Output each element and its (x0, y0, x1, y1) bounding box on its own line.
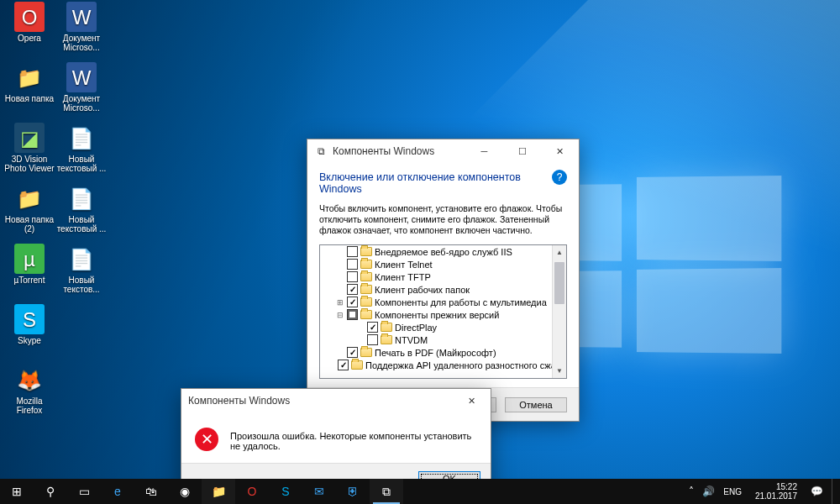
search-icon: ⚲ (42, 483, 59, 500)
desktop-icon[interactable]: ◪3D Vision Photo Viewer (3, 123, 55, 173)
scroll-down-icon[interactable]: ▼ (553, 364, 566, 378)
taskbar-app-opera[interactable]: O (235, 479, 269, 504)
app-icon: ◪ (14, 123, 45, 153)
icon-label: Новый текстовый ... (55, 215, 108, 234)
checkbox[interactable] (347, 297, 358, 307)
scroll-up-icon[interactable]: ▲ (553, 245, 566, 260)
tree-item[interactable]: ⊟Компоненты прежних версий (320, 308, 566, 321)
collapse-icon[interactable]: ⊟ (335, 311, 344, 319)
tray-overflow-icon[interactable]: ˄ (689, 486, 694, 497)
tree-item-label: Клиент Telnet (375, 260, 433, 270)
window-title: Компоненты Windows (333, 145, 434, 157)
close-button[interactable]: ✕ (453, 389, 491, 412)
checkbox[interactable] (347, 271, 358, 282)
windows-icon: ⊞ (8, 483, 25, 500)
taskbar-app-skype[interactable]: S (269, 479, 302, 504)
tree-item-label: Компоненты для работы с мультимедиа (375, 297, 547, 307)
taskbar-app-security[interactable]: ⛨ (336, 479, 370, 504)
desktop-icon[interactable]: WДокумент Microso... (55, 2, 108, 52)
minimize-button[interactable]: ─ (465, 139, 503, 163)
folder-icon (360, 285, 372, 294)
expand-icon[interactable]: ⊞ (335, 298, 344, 307)
checkbox[interactable] (367, 334, 378, 345)
taskbar-app-store[interactable]: 🛍 (134, 479, 168, 504)
tree-item-label: Печать в PDF (Майкрософт) (375, 348, 496, 358)
tree-item[interactable]: Клиент TFTP (320, 270, 566, 283)
taskbar-app-explorer[interactable]: 📁 (202, 479, 235, 504)
checkbox[interactable] (338, 360, 349, 370)
app-icon: 📄 (66, 183, 97, 213)
close-button[interactable]: ✕ (541, 139, 579, 163)
icon-label: Skype (3, 336, 55, 345)
tree-item[interactable]: Внедряемое веб-ядро служб IIS (320, 245, 566, 258)
taskbar-app-mail[interactable]: ✉ (302, 479, 336, 504)
scroll-thumb[interactable] (554, 262, 564, 304)
app-icon: S (14, 304, 45, 334)
desktop-icon[interactable]: WДокумент Microso... (55, 62, 108, 113)
desktop-icon[interactable]: OOpera (3, 2, 55, 43)
show-desktop-button[interactable] (832, 479, 837, 504)
tree-item[interactable]: Печать в PDF (Майкрософт) (320, 346, 566, 359)
features-icon: ⧉ (378, 483, 395, 500)
folder-icon (360, 272, 372, 281)
taskbar-app-features[interactable]: ⧉ (370, 479, 403, 504)
tree-item[interactable]: NTVDM (320, 333, 566, 346)
desktop-icon[interactable]: 📄Новый текстовый ... (55, 123, 108, 173)
time: 15:22 (755, 482, 797, 491)
checkbox[interactable] (347, 259, 358, 270)
icon-label: Новая папка (2) (3, 215, 55, 234)
cancel-button[interactable]: Отмена (505, 397, 567, 412)
desktop-icon[interactable]: 📄Новый текстовый ... (55, 183, 108, 234)
app-icon: µ (14, 244, 45, 274)
desktop-icon[interactable]: SSkype (3, 304, 55, 345)
folder-icon (381, 335, 392, 344)
checkbox[interactable] (367, 322, 378, 333)
titlebar[interactable]: Компоненты Windows ✕ (181, 389, 491, 412)
notifications-icon[interactable]: 💬 (811, 486, 823, 497)
tree-item-label: NTVDM (395, 335, 428, 345)
clock[interactable]: 15:22 21.01.2017 (750, 482, 802, 501)
tree-item[interactable]: DirectPlay (320, 321, 566, 333)
checkbox[interactable] (347, 309, 358, 320)
help-icon[interactable]: ? (552, 170, 567, 185)
icon-label: Документ Microso... (55, 94, 108, 113)
store-icon: 🛍 (143, 483, 160, 500)
start-button[interactable]: ⊞ (0, 479, 34, 504)
tree-item[interactable]: ⊞Компоненты для работы с мультимедиа (320, 296, 566, 308)
icon-label: Новая папка (3, 94, 55, 103)
dialog-heading: Включение или отключение компонентов Win… (319, 171, 567, 195)
checkbox[interactable] (347, 347, 358, 358)
search-button[interactable]: ⚲ (34, 479, 67, 504)
icon-label: Новый текстовый ... (55, 155, 108, 173)
app-icon: 📄 (66, 123, 97, 153)
desktop-icon[interactable]: 📁Новая папка (3, 62, 55, 103)
taskbar-app-chrome[interactable]: ◉ (168, 479, 202, 504)
scrollbar[interactable]: ▲ ▼ (552, 245, 566, 378)
task-view-button[interactable]: ▭ (67, 479, 101, 504)
folder-icon (360, 297, 372, 307)
shield-icon: ⛨ (344, 483, 361, 500)
folder-icon (360, 247, 372, 256)
tree-item[interactable]: Клиент Telnet (320, 258, 566, 270)
tree-item[interactable]: Поддержка API удаленного разностного сжа… (320, 359, 566, 371)
skype-icon: S (277, 483, 294, 500)
system-tray: ˄ 🔊 ENG 15:22 21.01.2017 💬 (685, 479, 840, 504)
checkbox[interactable] (347, 284, 358, 295)
app-icon: O (14, 2, 45, 32)
desktop-icon[interactable]: µµTorrent (3, 244, 55, 285)
titlebar[interactable]: ⧉ Компоненты Windows ─ ☐ ✕ (307, 139, 579, 163)
maximize-button[interactable]: ☐ (503, 139, 541, 163)
taskbar-app-edge[interactable]: e (101, 479, 134, 504)
features-tree[interactable]: Внедряемое веб-ядро служб IISКлиент Teln… (319, 244, 567, 379)
desktop-icon[interactable]: 📁Новая папка (2) (3, 183, 55, 234)
tree-item[interactable]: Клиент рабочих папок (320, 283, 566, 296)
desktop-icon[interactable]: 🦊Mozilla Firefox (3, 365, 55, 415)
desktop-icon[interactable]: 📄Новый текстов... (55, 244, 108, 294)
edge-icon: e (109, 483, 126, 500)
checkbox[interactable] (347, 246, 358, 257)
volume-icon[interactable]: 🔊 (702, 486, 715, 497)
language-indicator[interactable]: ENG (723, 487, 742, 496)
tree-item-label: Клиент рабочих папок (375, 285, 470, 295)
desktop[interactable]: OOperaWДокумент Microso...📁Новая папкаWД… (0, 0, 840, 479)
opera-icon: O (244, 483, 260, 500)
